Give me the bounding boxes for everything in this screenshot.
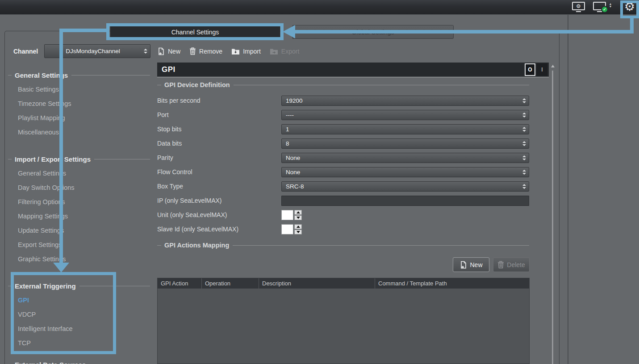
new-button[interactable]: New <box>157 47 180 55</box>
slave-id-only-sealevelmax-input[interactable] <box>281 224 293 234</box>
sidebar-item-export-settings[interactable]: Export Settings <box>8 238 150 252</box>
spin-down-button[interactable] <box>294 215 302 220</box>
trash-icon <box>497 261 504 268</box>
small-gear-icon: ⚙ <box>576 4 581 9</box>
unit-only-sealevelmax-input[interactable] <box>281 210 293 220</box>
data-bits-select[interactable]: 8 <box>281 138 529 149</box>
rule-dash <box>157 85 161 85</box>
select-value: None <box>282 169 520 176</box>
box-type-select[interactable]: SRC-8 <box>281 181 529 192</box>
import-button[interactable]: Import <box>231 48 261 55</box>
section-title-text: Import / Export Settings <box>15 155 91 163</box>
scroll-up-arrow-icon[interactable] <box>551 65 555 67</box>
sidebar-item-gpi[interactable]: GPI <box>8 293 150 307</box>
channel-label: Channel <box>13 48 38 55</box>
field-label: Bits per second <box>157 97 281 104</box>
scrollbar-thumb[interactable] <box>552 71 553 364</box>
device-definition-form: Bits per second 19200 Port ---- Stop bit… <box>157 93 529 236</box>
spin-up-button[interactable] <box>294 224 302 229</box>
column-header-description[interactable]: Description <box>259 278 375 289</box>
group-header-actions-mapping: GPI Actions Mapping <box>157 242 529 249</box>
column-header-operation[interactable]: Operation <box>201 278 259 289</box>
parity-select[interactable]: None <box>281 153 529 163</box>
flow-control-select[interactable]: None <box>281 167 529 177</box>
tab-label: Global Settings <box>352 29 394 36</box>
section-title-bar: GPI O I <box>157 63 549 77</box>
field-label: Slave Id (only SeaLevelMAX) <box>157 226 281 233</box>
field-label: Parity <box>157 154 281 161</box>
port-select[interactable]: ---- <box>281 110 529 120</box>
dropdown-spinner-icon <box>520 155 529 160</box>
field-row-port: Port ---- <box>157 108 529 122</box>
sidebar-item-graphic-settings[interactable]: Graphic Settings <box>8 252 150 266</box>
sidebar-item-update-settings[interactable]: Update Settings <box>8 223 150 238</box>
tab-channel-settings[interactable]: Channel Settings <box>110 25 280 39</box>
field-label: Box Type <box>157 183 281 190</box>
spin-up-button[interactable] <box>294 210 302 215</box>
sidebar-item-filtering-options[interactable]: Filtering Options <box>8 195 150 209</box>
sidebar-item-playlist-mapping[interactable]: Playlist Mapping <box>8 111 150 125</box>
display-settings-icon[interactable]: ⚙ <box>572 2 585 10</box>
channel-toolbar: NewRemoveImportExport <box>157 44 299 58</box>
field-label: Flow Control <box>157 168 281 176</box>
sidebar-section-title: External Data Sources <box>8 360 150 364</box>
channel-select[interactable]: DJsMondayChannel <box>44 44 150 58</box>
column-header-gpi-action[interactable]: GPI Action <box>158 278 201 289</box>
spinner-buttons <box>294 210 302 220</box>
dropdown-spinner-icon <box>520 127 529 132</box>
folder-import-icon <box>231 48 240 55</box>
sidebar-item-vdcp[interactable]: VDCP <box>8 307 150 322</box>
stop-bits-select[interactable]: 1 <box>281 124 529 134</box>
ip-only-sealevelmax-input[interactable] <box>281 196 529 206</box>
power-on-button[interactable]: I <box>537 63 547 76</box>
sidebar-item-day-switch-options[interactable]: Day Switch Options <box>8 180 150 195</box>
folder-export-icon <box>270 48 278 55</box>
select-value: None <box>282 155 520 161</box>
field-row-slave-id-only-sealevelmax: Slave Id (only SeaLevelMAX) <box>157 222 529 236</box>
sidebar-section-general-settings: General SettingsBasic SettingsTimezone S… <box>8 71 150 139</box>
rule-line <box>71 75 150 75</box>
sidebar-item-miscellaneous[interactable]: Miscellaneous <box>8 125 150 139</box>
power-off-button[interactable]: O <box>525 63 535 76</box>
sidebar-section-title: Import / Export Settings <box>8 155 150 163</box>
sidebar-item-basic-settings[interactable]: Basic Settings <box>8 82 150 96</box>
trash-icon <box>189 47 196 55</box>
gpi-actions-table: GPI ActionOperationDescriptionCommand / … <box>157 278 530 364</box>
rule-line <box>234 85 529 85</box>
export-button[interactable]: Export <box>270 48 299 55</box>
dropdown-spinner-icon <box>520 113 529 117</box>
playout-status-ok-icon[interactable]: ✓ ▴▾ <box>593 2 606 10</box>
select-value: ---- <box>282 112 520 118</box>
mapping-new-button[interactable]: New <box>453 257 489 272</box>
sidebar-item-mapping-settings[interactable]: Mapping Settings <box>8 209 150 223</box>
settings-gear-icon[interactable]: ⚙ <box>624 1 635 13</box>
column-header-command-template-path[interactable]: Command / Template Path <box>375 278 529 289</box>
sidebar-item-general-settings[interactable]: General Settings <box>8 166 150 180</box>
spin-down-button[interactable] <box>294 230 302 234</box>
field-label: Stop bits <box>157 126 281 133</box>
rule-dash <box>8 286 12 286</box>
sidebar-section-title: General Settings <box>8 71 150 79</box>
mapping-delete-button[interactable]: Delete <box>493 257 530 272</box>
sidebar-item-tcp[interactable]: TCP <box>8 336 150 350</box>
sidebar-section-external-triggering: External TriggeringGPIVDCPIntelligent In… <box>8 281 150 350</box>
sidebar-item-intelligent-interface[interactable]: Intelligent Interface <box>8 322 150 336</box>
bits-per-second-select[interactable]: 19200 <box>281 96 529 106</box>
field-label: Port <box>157 111 281 118</box>
table-body-empty <box>158 289 529 364</box>
select-value: 19200 <box>282 97 520 104</box>
remove-button[interactable]: Remove <box>189 47 222 55</box>
rule-line <box>233 245 529 246</box>
toolbar-button-label: Export <box>281 48 299 55</box>
button-label: Delete <box>507 261 525 268</box>
field-row-data-bits: Data bits 8 <box>157 136 529 151</box>
gear-icon: ⚙ <box>624 1 635 13</box>
rule-dash <box>157 245 161 246</box>
select-value: 1 <box>282 126 520 133</box>
vertical-scrollbar[interactable] <box>550 63 556 364</box>
sidebar-item-timezone-settings[interactable]: Timezone Settings <box>8 96 150 111</box>
field-label: IP (only SeaLevelMAX) <box>157 197 281 204</box>
field-row-box-type: Box Type SRC-8 <box>157 179 529 193</box>
dropdown-spinner-icon <box>520 170 529 175</box>
tab-global-settings[interactable]: Global Settings <box>292 25 454 39</box>
